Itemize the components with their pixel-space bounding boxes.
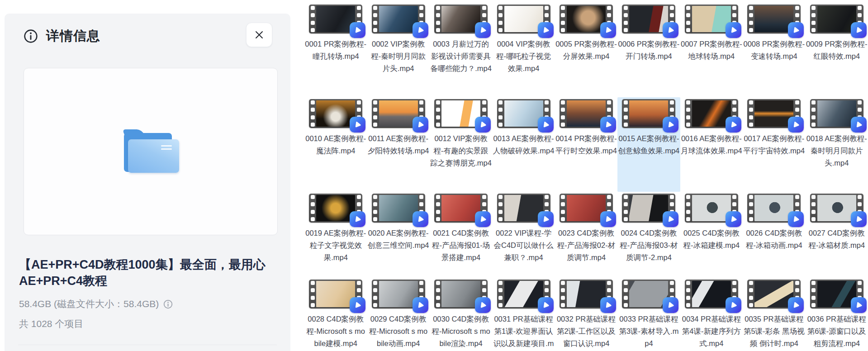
play-badge[interactable] — [475, 211, 491, 227]
play-badge[interactable] — [788, 297, 804, 313]
play-badge[interactable] — [413, 22, 428, 38]
file-tile[interactable]: 0008 PR案例教程-变速转场.mp4 — [743, 3, 805, 97]
play-badge[interactable] — [851, 297, 867, 313]
play-badge[interactable] — [475, 22, 491, 38]
play-badge[interactable] — [726, 211, 741, 227]
file-tile[interactable]: 0019 AE案例教程-粒子文字视觉效果.mp4 — [304, 192, 367, 278]
file-name: 0015 AE案例教程-创意鲸鱼效果.mp4 — [618, 133, 679, 157]
play-icon — [854, 25, 864, 35]
play-badge[interactable] — [788, 211, 804, 227]
play-icon — [541, 119, 551, 130]
info-circle-icon — [24, 29, 38, 43]
file-tile[interactable]: 0007 PR案例教程-地球转场.mp4 — [680, 3, 743, 97]
play-badge[interactable] — [851, 117, 867, 133]
file-tile[interactable]: 0003 月薪过万的影视设计师需要具备哪些能力？.mp4 — [430, 3, 492, 97]
play-badge[interactable] — [788, 117, 804, 133]
file-tile[interactable]: 0035 PR基础课程第5课-彩条 黑场视频 倒计时.mp4 — [743, 278, 805, 351]
file-name: 0024 C4D案例教程-产品海报03-材质调节-2.mp4 — [618, 227, 679, 264]
play-badge[interactable] — [663, 211, 678, 227]
file-name: 0011 AE案例教程-夕阳特效转场.mp4 — [368, 133, 429, 157]
file-tile[interactable]: 0005 PR案例教程-分屏效果.mp4 — [555, 3, 617, 97]
file-tile[interactable]: 0034 PR基础课程第4课-新建序列方式.mp4 — [680, 278, 743, 351]
file-tile[interactable]: 0031 PR基础课程第1课-欢迎界面认识以及新建项目.mp4 — [492, 278, 555, 351]
file-name: 0021 C4D案例教程-产品海报01-场景搭建.mp4 — [430, 227, 492, 264]
play-badge[interactable] — [600, 211, 616, 227]
file-tile[interactable]: 0020 AE案例教程-创意三维空间.mp4 — [367, 192, 429, 278]
file-tile[interactable]: 0016 AE案例教程-月球流体效果.mp4 — [680, 97, 743, 192]
file-tile[interactable]: 0021 C4D案例教程-产品海报01-场景搭建.mp4 — [430, 192, 492, 278]
file-tile[interactable]: 0032 PR基础课程第2课-工作区以及窗口认识.mp4 — [555, 278, 617, 351]
close-details-button[interactable] — [246, 23, 272, 47]
file-tile[interactable]: 0002 VIP案例教程-秦时明月同款片头.mp4 — [367, 3, 429, 97]
file-tile[interactable]: 0004 VIP案例教程-哪吒粒子视觉效果.mp4 — [492, 3, 555, 97]
file-tile[interactable]: 0015 AE案例教程-创意鲸鱼效果.mp4 — [617, 97, 680, 192]
file-tile[interactable]: 0024 C4D案例教程-产品海报03-材质调节-2.mp4 — [617, 192, 680, 278]
file-tile[interactable]: 0029 C4D案例教程-Microsoft s mobile动画.mp4 — [367, 278, 429, 351]
play-badge[interactable] — [475, 117, 491, 133]
play-badge[interactable] — [851, 22, 867, 38]
play-badge[interactable] — [538, 211, 554, 227]
file-tile[interactable]: 0006 PR案例教程-开门转场.mp4 — [617, 3, 680, 97]
play-icon — [603, 214, 613, 224]
info-circle-icon[interactable] — [163, 299, 173, 309]
file-tile[interactable]: 0022 VIP课程-学会C4D可以做什么兼职？.mp4 — [492, 192, 555, 278]
file-tile[interactable]: 0036 PR基础课程第6课-源窗口以及粗剪流程.mp4 — [806, 278, 868, 351]
video-thumbnail-frame — [622, 280, 675, 308]
film-holes-left — [622, 194, 629, 223]
file-tile[interactable]: 0009 PR案例教程-红眼特效.mp4 — [806, 3, 868, 97]
film-holes-left — [372, 194, 379, 223]
play-badge[interactable] — [726, 22, 741, 38]
play-badge[interactable] — [600, 297, 616, 313]
play-badge[interactable] — [475, 297, 491, 313]
play-badge[interactable] — [663, 22, 678, 38]
file-tile[interactable]: 0013 AE案例教程-人物破碎效果.mp4 — [492, 97, 555, 192]
play-badge[interactable] — [538, 297, 554, 313]
play-badge[interactable] — [538, 117, 554, 133]
video-thumbnail-frame — [372, 280, 425, 308]
play-badge[interactable] — [350, 297, 365, 313]
play-badge[interactable] — [350, 211, 365, 227]
play-badge[interactable] — [726, 297, 741, 313]
film-holes-left — [810, 99, 817, 128]
file-tile[interactable]: 0023 C4D案例教程-产品海报02-材质调节.mp4 — [555, 192, 617, 278]
file-name: 0033 PR基础课程第3课-素材导入.mp4 — [618, 313, 679, 350]
file-tile[interactable]: 0027 C4D案例教程-冰箱材质.mp4 — [806, 192, 868, 278]
film-holes-left — [309, 194, 316, 223]
file-name: 0020 AE案例教程-创意三维空间.mp4 — [368, 227, 429, 251]
play-badge[interactable] — [350, 117, 365, 133]
play-badge[interactable] — [600, 22, 616, 38]
file-tile[interactable]: 0017 AE案例教程-平行宇宙特效.mp4 — [743, 97, 805, 192]
file-tile[interactable]: 0010 AE案例教程-魔法阵.mp4 — [304, 97, 367, 192]
video-thumbnail — [504, 281, 543, 307]
play-badge[interactable] — [413, 211, 428, 227]
file-tile[interactable]: 0018 AE案例教程-秦时明月同款片头.mp4 — [806, 97, 868, 192]
film-holes-left — [810, 5, 817, 33]
video-thumbnail-frame — [810, 99, 863, 128]
play-badge[interactable] — [726, 117, 741, 133]
file-tile[interactable]: 0030 C4D案例教程-Microsoft s mobile渲染.mp4 — [430, 278, 492, 351]
play-badge[interactable] — [538, 22, 554, 38]
play-badge[interactable] — [413, 117, 428, 133]
file-tile[interactable]: 0011 AE案例教程-夕阳特效转场.mp4 — [367, 97, 429, 192]
play-badge[interactable] — [663, 117, 678, 133]
play-badge[interactable] — [663, 297, 678, 313]
film-holes-left — [309, 280, 316, 308]
file-tile[interactable]: 0025 C4D案例教程-冰箱建模.mp4 — [680, 192, 743, 278]
play-icon — [478, 25, 488, 35]
file-tile[interactable]: 0033 PR基础课程第3课-素材导入.mp4 — [617, 278, 680, 351]
video-thumbnail — [692, 281, 731, 307]
file-tile[interactable]: 0026 C4D案例教程-冰箱动画.mp4 — [743, 192, 805, 278]
play-badge[interactable] — [413, 297, 428, 313]
file-tile[interactable]: 0001 PR案例教程-瞳孔转场.mp4 — [304, 3, 367, 97]
video-thumbnail-frame — [560, 194, 613, 223]
play-badge[interactable] — [851, 211, 867, 227]
file-name: 0017 AE案例教程-平行宇宙特效.mp4 — [743, 133, 805, 157]
file-tile[interactable]: 0012 VIP案例教程-有趣的实景跟踪之赛博朋克.mp4 — [430, 97, 492, 192]
file-tile[interactable]: 0014 PR案例教程-平行时空效果.mp4 — [555, 97, 617, 192]
play-badge[interactable] — [350, 22, 365, 38]
play-badge[interactable] — [600, 117, 616, 133]
file-tile[interactable]: 0028 C4D案例教程-Microsoft s mobile建模.mp4 — [304, 278, 367, 351]
film-holes-left — [622, 99, 629, 128]
play-badge[interactable] — [788, 22, 804, 38]
video-thumbnail-frame — [810, 280, 863, 308]
